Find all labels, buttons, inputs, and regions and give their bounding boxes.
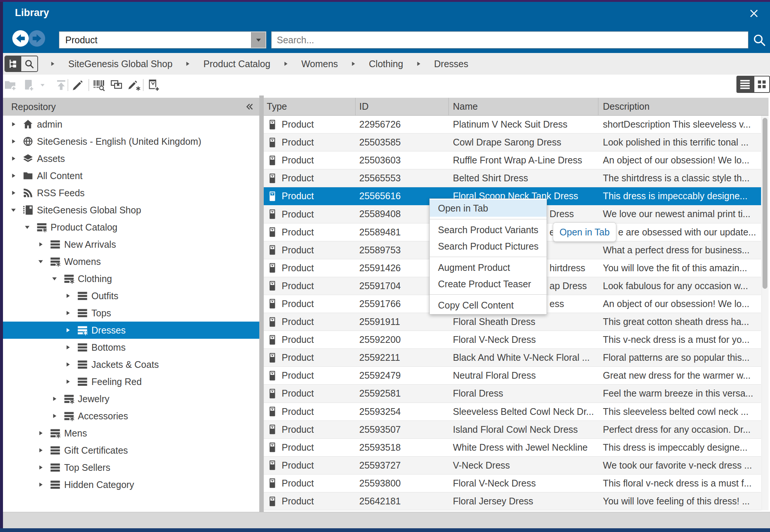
type-filter-dropdown[interactable]: Product [59, 31, 266, 48]
table-row[interactable]: Product25593727V-Neck DressWe took our f… [264, 457, 761, 475]
table-row[interactable]: Product25503603Ruffle Front Wrap A-Line … [264, 151, 761, 169]
tree-mode-button[interactable] [5, 56, 21, 71]
table-row[interactable]: Product25592211Black And White V-Neck Fl… [264, 349, 761, 367]
sidebar-item-admin[interactable]: admin [3, 116, 259, 133]
table-row[interactable]: Product25565553Belted Shirt DressThe shi… [264, 169, 761, 187]
menu-item-augment-product[interactable]: Augment Product [430, 259, 547, 276]
breadcrumb-item-sitegenesis-global-shop[interactable]: SiteGenesis Global Shop [68, 59, 172, 69]
table-row[interactable]: Product25593507Island Floral Cowl Neck D… [264, 421, 761, 439]
table-row[interactable]: Product25593800Floral V-Neck DressThis f… [264, 475, 761, 492]
menu-item-create-product-teaser[interactable]: Create Product Teaser [430, 276, 547, 292]
caret-down-icon[interactable] [38, 259, 44, 265]
table-row[interactable]: Product25591911Floral Sheath DressThis g… [264, 313, 761, 331]
sidebar-item-new-arrivals[interactable]: New Arrivals [3, 236, 259, 253]
table-row[interactable]: Product25503585Cowl Drape Sarong DressLo… [264, 134, 761, 151]
caret-right-icon[interactable] [10, 173, 16, 179]
table-row[interactable]: Product25592479Neutral Floral DressGreat… [264, 367, 761, 385]
new-content-menu-button[interactable] [38, 81, 47, 90]
caret-down-icon[interactable] [10, 207, 16, 213]
caret-down-icon[interactable] [24, 224, 30, 230]
new-product-teaser-button[interactable] [147, 78, 160, 92]
table-row[interactable]: Product25592200Floral V-Neck DressThis v… [264, 331, 761, 349]
column-header-id[interactable]: ID [356, 98, 449, 115]
caret-right-icon[interactable] [10, 156, 16, 162]
sidebar-item-sitegenesis-english-united-kingdom[interactable]: SiteGenesis - English (United Kingdom) [3, 133, 259, 150]
product-barcode-search-button[interactable] [92, 78, 106, 92]
caret-right-icon[interactable] [38, 464, 44, 470]
list-view-button[interactable] [736, 76, 754, 93]
table-row[interactable]: Product25642181Floral Jersey DressYou wi… [264, 492, 761, 510]
sidebar-item-gift-certificates[interactable]: Gift Certificates [3, 442, 259, 459]
breadcrumb-item-product-catalog[interactable]: Product Catalog [203, 59, 270, 69]
sidebar-item-bottoms[interactable]: Bottoms [3, 339, 259, 356]
column-header-name[interactable]: Name [449, 98, 598, 115]
cell-name: V-Neck Dress [449, 457, 598, 474]
menu-item-search-product-variants[interactable]: Search Product Variants [430, 222, 547, 238]
close-button[interactable] [748, 7, 760, 20]
back-button[interactable] [12, 30, 29, 47]
sidebar-item-jackets-coats[interactable]: Jackets & Coats [3, 356, 259, 373]
caret-right-icon[interactable] [51, 396, 57, 402]
sidebar-item-dresses[interactable]: Dresses [3, 322, 259, 339]
sidebar-item-all-content[interactable]: All Content [3, 167, 259, 184]
breadcrumb-item-womens[interactable]: Womens [301, 59, 338, 69]
caret-right-icon[interactable] [38, 241, 44, 247]
caret-right-icon[interactable] [51, 413, 57, 419]
column-header-description[interactable]: Description [598, 98, 769, 115]
caret-right-icon[interactable] [10, 138, 16, 144]
edit-button[interactable] [71, 78, 85, 92]
caret-right-icon[interactable] [65, 379, 71, 385]
table-row[interactable]: Product25593254Sleeveless Belted Cowl Ne… [264, 403, 761, 421]
sidebar-item-womens[interactable]: Womens [3, 253, 259, 270]
caret-down-icon[interactable] [51, 276, 57, 282]
sidebar-item-rss-feeds[interactable]: RSS Feeds [3, 184, 259, 201]
dropdown-button[interactable] [251, 32, 266, 48]
caret-right-icon[interactable] [10, 190, 16, 196]
search-submit-button[interactable] [752, 33, 767, 48]
column-header-type[interactable]: Type [264, 98, 356, 115]
new-folder-button[interactable] [3, 78, 17, 92]
panel-splitter[interactable] [259, 96, 264, 512]
sidebar-item-tops[interactable]: Tops [3, 304, 259, 322]
caret-right-icon[interactable] [65, 344, 71, 350]
cell-description: shortDescription This sleeveless v... [598, 116, 761, 133]
sidebar-item-sitegenesis-global-shop[interactable]: SiteGenesis Global Shop [3, 201, 259, 219]
caret-right-icon[interactable] [65, 293, 71, 299]
grid-view-button[interactable] [754, 76, 770, 93]
forward-button[interactable] [29, 30, 45, 47]
table-row[interactable]: Product25592581Floral DressFeel the warm… [264, 385, 761, 403]
caret-right-icon[interactable] [65, 362, 71, 367]
sidebar-item-label: Jewelry [78, 394, 110, 404]
sidebar-item-outfits[interactable]: Outfits [3, 287, 259, 304]
caret-right-icon[interactable] [65, 310, 71, 316]
caret-right-icon[interactable] [10, 121, 16, 127]
breadcrumb-item-dresses[interactable]: Dresses [434, 59, 469, 69]
menu-item-open-in-tab[interactable]: Open in Tab [430, 200, 547, 217]
product-pictures-button[interactable] [110, 78, 123, 92]
sidebar-item-jewelry[interactable]: Jewelry [3, 390, 259, 407]
sidebar-item-feeling-red[interactable]: Feeling Red [3, 373, 259, 390]
scrollbar-thumb[interactable] [763, 118, 767, 289]
collapse-panel-button[interactable] [245, 102, 254, 111]
upload-button[interactable] [54, 78, 68, 92]
menu-item-copy-cell-content[interactable]: Copy Cell Content [430, 297, 547, 313]
sidebar-item-hidden-category[interactable]: Hidden Category [3, 476, 259, 493]
caret-right-icon[interactable] [38, 482, 44, 488]
caret-right-icon[interactable] [38, 430, 44, 436]
augment-button[interactable] [128, 78, 141, 92]
sidebar-item-accessories[interactable]: Accessories [3, 407, 259, 425]
sidebar-item-assets[interactable]: Assets [3, 150, 259, 167]
caret-right-icon[interactable] [38, 447, 44, 453]
menu-item-search-product-pictures[interactable]: Search Product Pictures [430, 238, 547, 254]
new-content-button[interactable] [22, 78, 35, 92]
search-input[interactable] [272, 32, 748, 48]
sidebar-item-top-sellers[interactable]: Top Sellers [3, 459, 259, 476]
sidebar-item-clothing[interactable]: Clothing [3, 270, 259, 287]
table-row[interactable]: Product22956726Platinum V Neck Suit Dres… [264, 116, 761, 134]
breadcrumb-item-clothing[interactable]: Clothing [369, 59, 403, 69]
table-row[interactable]: Product25593518White Dress with Jewel Ne… [264, 439, 761, 457]
sidebar-item-product-catalog[interactable]: Product Catalog [3, 219, 259, 236]
sidebar-item-mens[interactable]: Mens [3, 425, 259, 442]
search-mode-button[interactable] [21, 56, 37, 71]
caret-right-icon[interactable] [65, 327, 71, 333]
